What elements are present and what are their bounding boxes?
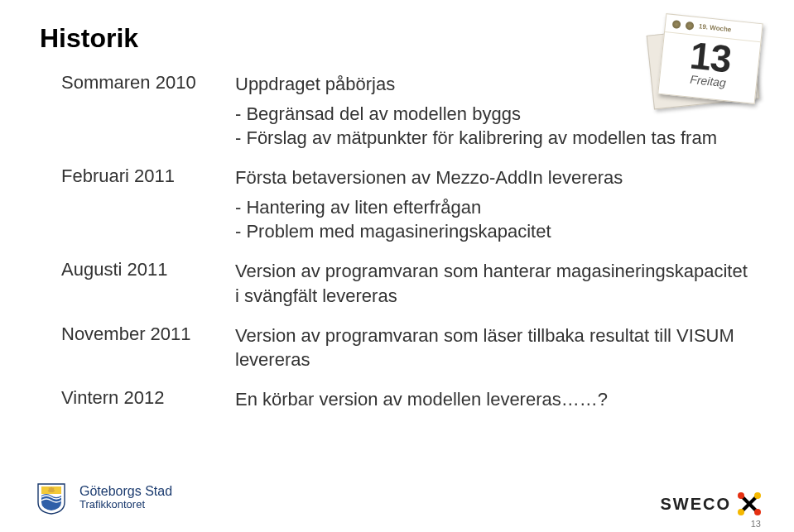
svg-point-6 bbox=[754, 509, 761, 515]
goteborg-text: Göteborgs Stad Trafikkontoret bbox=[79, 484, 172, 510]
sub-item: - Förslag av mätpunkter för kalibrering … bbox=[235, 126, 754, 151]
footer-dept-name: Trafikkontoret bbox=[79, 499, 172, 510]
timeline-value: Första betaversionen av Mezzo-AddIn leve… bbox=[235, 165, 754, 244]
content-area: Sommaren 2010 Uppdraget påbörjas - Begrä… bbox=[61, 72, 754, 412]
sweco-logo: SWECO bbox=[660, 492, 761, 515]
footer-org-name: Göteborgs Stad bbox=[79, 484, 172, 499]
timeline-value: En körbar version av modellen levereras…… bbox=[235, 387, 754, 412]
timeline-value: Version av programvaran som läser tillba… bbox=[235, 324, 754, 372]
svg-point-5 bbox=[738, 509, 744, 515]
svg-point-3 bbox=[738, 492, 744, 499]
timeline-value: Version av programvaran som hanterar mag… bbox=[235, 259, 754, 308]
slide-footer: Göteborgs Stad Trafikkontoret SWECO bbox=[0, 458, 794, 532]
calendar-illustration: 19. Woche 13 Freitag bbox=[642, 12, 764, 111]
sweco-mark-icon bbox=[738, 492, 761, 515]
sub-item: - Hantering av liten efterfrågan bbox=[235, 195, 754, 220]
timeline-label: Vintern 2012 bbox=[61, 387, 235, 412]
timeline-label: Augusti 2011 bbox=[61, 259, 235, 308]
timeline-label: November 2011 bbox=[61, 324, 235, 372]
timeline-row: Vintern 2012 En körbar version av modell… bbox=[61, 387, 754, 412]
svg-point-4 bbox=[754, 492, 761, 499]
timeline-label: Februari 2011 bbox=[61, 165, 235, 244]
sweco-wordmark: SWECO bbox=[660, 495, 731, 514]
timeline-row: Februari 2011 Första betaversionen av Me… bbox=[61, 165, 754, 244]
slide: Historik 19. Woche 13 Freitag Sommaren 2… bbox=[0, 0, 794, 532]
footer-left-logo: Göteborgs Stad Trafikkontoret bbox=[33, 479, 172, 515]
timeline-row: Augusti 2011 Version av programvaran som… bbox=[61, 259, 754, 308]
goteborg-city-crest-icon bbox=[33, 479, 70, 515]
calendar-week: 19. Woche bbox=[699, 22, 732, 33]
timeline-row: November 2011 Version av programvaran so… bbox=[61, 324, 754, 372]
footer-right-logo: SWECO bbox=[660, 492, 761, 515]
sub-item: - Problem med magasineringskapacitet bbox=[235, 219, 754, 244]
page-number: 13 bbox=[751, 519, 761, 529]
timeline-label: Sommaren 2010 bbox=[61, 72, 235, 151]
